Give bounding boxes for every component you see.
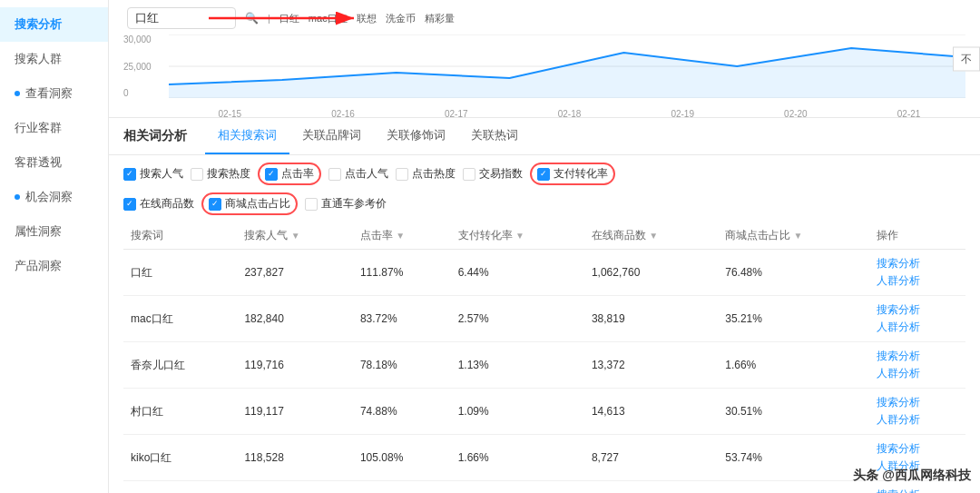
checkbox-through-price[interactable] <box>305 198 318 211</box>
action-search-analysis[interactable]: 搜索分析 <box>877 349 958 364</box>
sidebar-item-attribute[interactable]: 属性洞察 <box>0 214 108 249</box>
sidebar-item-opportunity[interactable]: 机会洞察 <box>0 180 108 214</box>
filter-label: 支付转化率 <box>554 166 608 182</box>
cell-ctr: 105.08% <box>353 435 451 481</box>
header-link-3[interactable]: 联想 <box>357 12 377 25</box>
checkbox-click-heat[interactable] <box>396 168 408 181</box>
col-conversion[interactable]: 支付转化率 ▼ <box>451 222 584 250</box>
action-crowd-analysis[interactable]: 人群分析 <box>877 412 958 428</box>
checkbox-conversion[interactable] <box>537 168 550 181</box>
x-label-5: 02-19 <box>671 109 694 119</box>
sort-icon: ▼ <box>396 231 405 241</box>
sidebar-label: 搜索人群 <box>15 51 62 67</box>
action-crowd-analysis[interactable]: 人群分析 <box>877 366 958 381</box>
sidebar-item-search-analysis[interactable]: 搜索分析 <box>0 7 108 42</box>
search-input-wrapper[interactable]: 口红 <box>127 7 236 29</box>
x-label-6: 02-20 <box>784 109 808 119</box>
filter-mall-ratio[interactable]: 商城点击占比 <box>201 192 298 215</box>
action-crowd-analysis[interactable]: 人群分析 <box>877 273 958 289</box>
cell-keyword: 阿玛尼口红 <box>123 481 237 494</box>
cell-popularity: 237,827 <box>237 250 353 296</box>
chart-svg <box>169 35 965 98</box>
svg-marker-5 <box>169 48 965 98</box>
filter-search-popularity[interactable]: 搜索人气 <box>123 166 183 182</box>
filter-label: 点击人气 <box>345 166 388 182</box>
table-row: 香奈儿口红 119,716 78.18% 1.13% 13,372 1.66% … <box>123 342 965 389</box>
checkbox-click-popularity[interactable] <box>328 168 341 181</box>
header-link-4[interactable]: 洗金币 <box>386 12 416 25</box>
table-row: kiko口红 118,528 105.08% 1.66% 8,727 53.74… <box>123 435 965 481</box>
filter-ctr[interactable]: 点击率 <box>258 163 321 185</box>
sidebar-item-crowd-insight[interactable]: 客群透视 <box>0 145 108 180</box>
x-label-4: 02-18 <box>558 109 582 119</box>
sidebar-item-view-insight[interactable]: 查看洞察 <box>0 76 108 111</box>
filter-label: 交易指数 <box>479 166 523 182</box>
x-label-2: 02-16 <box>331 109 355 119</box>
sidebar-label: 行业客群 <box>15 120 62 136</box>
x-label-1: 02-15 <box>219 109 242 119</box>
col-products[interactable]: 在线商品数 ▼ <box>584 222 718 250</box>
filter-online-products[interactable]: 在线商品数 <box>123 196 194 212</box>
filter-label: 商城点击占比 <box>225 196 290 212</box>
table-row: 村口红 119,117 74.88% 1.09% 14,613 30.51% 搜… <box>123 389 965 435</box>
cell-ctr: 78.18% <box>353 342 451 389</box>
cell-products: 14,613 <box>584 389 718 435</box>
header-link-1[interactable]: 口红 <box>279 12 299 25</box>
action-crowd-analysis[interactable]: 人群分析 <box>877 320 958 335</box>
checkbox-ctr[interactable] <box>265 168 278 181</box>
filter-trade-index[interactable]: 交易指数 <box>463 166 523 182</box>
action-search-analysis[interactable]: 搜索分析 <box>877 395 958 410</box>
col-ctr[interactable]: 点击率 ▼ <box>353 222 451 250</box>
cell-products: 1,062,760 <box>584 250 718 296</box>
checkbox-trade-index[interactable] <box>463 168 475 181</box>
filter-click-heat[interactable]: 点击热度 <box>396 166 456 182</box>
tab-related-search[interactable]: 相关搜索词 <box>205 118 289 154</box>
sidebar-item-search-crowd[interactable]: 搜索人群 <box>0 42 108 76</box>
cell-products: 38,819 <box>584 296 718 342</box>
cell-keyword: mac口红 <box>123 296 237 342</box>
checkbox-search-popularity[interactable] <box>123 168 136 181</box>
filter-label: 点击率 <box>281 166 314 182</box>
col-mall-ratio[interactable]: 商城点击占比 ▼ <box>718 222 869 250</box>
filter-label: 直通车参考价 <box>321 196 387 212</box>
filter-through-price[interactable]: 直通车参考价 <box>305 196 387 212</box>
not-button[interactable]: 不 <box>953 46 980 71</box>
sort-icon: ▼ <box>291 231 300 241</box>
cell-mall-ratio: 76.48% <box>718 250 869 296</box>
cell-actions: 搜索分析 人群分析 <box>869 389 965 435</box>
sidebar-label: 产品洞察 <box>15 258 62 274</box>
search-icon[interactable]: 🔍 <box>245 12 259 25</box>
sidebar-item-product[interactable]: 产品洞察 <box>0 249 108 283</box>
action-search-analysis[interactable]: 搜索分析 <box>877 441 958 457</box>
sidebar-item-industry-crowd[interactable]: 行业客群 <box>0 111 108 145</box>
tab-modifier[interactable]: 关联修饰词 <box>374 118 458 154</box>
cell-popularity: 119,117 <box>237 389 353 435</box>
col-popularity[interactable]: 搜索人气 ▼ <box>237 222 353 250</box>
action-search-analysis[interactable]: 搜索分析 <box>877 302 958 318</box>
cell-popularity: 119,716 <box>237 342 353 389</box>
action-search-analysis[interactable]: 搜索分析 <box>877 488 958 493</box>
sort-icon: ▼ <box>794 231 803 241</box>
checkbox-search-heat[interactable] <box>191 168 203 181</box>
header-link-2[interactable]: mac口红 <box>309 12 348 25</box>
cell-products: 19,773 <box>584 481 718 494</box>
filter-click-popularity[interactable]: 点击人气 <box>328 166 388 182</box>
data-table: 搜索词 搜索人气 ▼ 点击率 ▼ 支付转化率 ▼ 在线商品数 ▼ 商城点击占比 … <box>123 222 965 493</box>
cell-products: 13,372 <box>584 342 718 389</box>
action-search-analysis[interactable]: 搜索分析 <box>877 256 958 271</box>
checkbox-online-products[interactable] <box>123 198 136 211</box>
filters-row-2: 在线商品数 商城点击占比 直通车参考价 <box>109 192 980 222</box>
tab-brand[interactable]: 关联品牌词 <box>289 118 374 154</box>
tab-hot[interactable]: 关联热词 <box>458 118 531 154</box>
dot-icon <box>15 194 20 200</box>
filter-label: 搜索人气 <box>140 166 183 182</box>
table-wrapper: 搜索词 搜索人气 ▼ 点击率 ▼ 支付转化率 ▼ 在线商品数 ▼ 商城点击占比 … <box>109 222 980 493</box>
checkbox-mall-ratio[interactable] <box>209 198 221 211</box>
filter-conversion[interactable]: 支付转化率 <box>530 163 615 185</box>
header-link-5[interactable]: 精彩量 <box>425 12 455 25</box>
cell-keyword: kiko口红 <box>123 435 237 481</box>
filter-search-heat[interactable]: 搜索热度 <box>191 166 250 182</box>
sidebar-label: 查看洞察 <box>25 85 73 102</box>
sidebar-label: 客群透视 <box>15 154 62 171</box>
y-axis: 30,000 25,000 0 <box>123 35 152 98</box>
